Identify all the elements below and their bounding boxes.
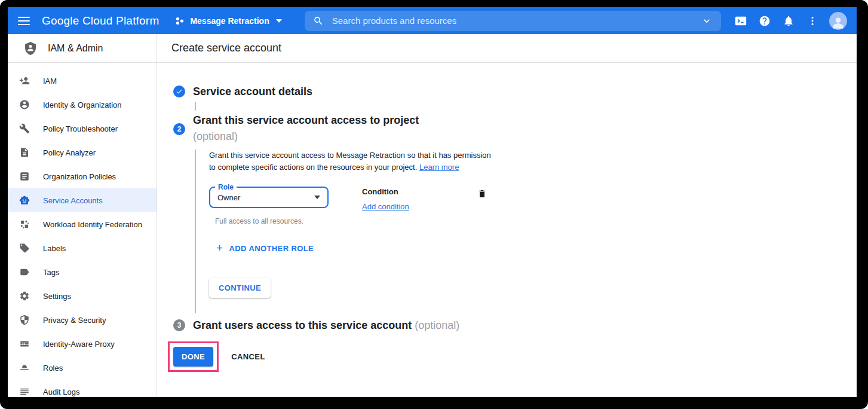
step2-header: 2 Grant this service account access to p… bbox=[157, 113, 857, 145]
brand-logo[interactable]: Google Cloud Platform bbox=[42, 14, 159, 28]
page-title: Create service account bbox=[157, 34, 857, 62]
project-name: Message Retraction bbox=[190, 16, 269, 26]
sidebar-item-privacy-security[interactable]: Privacy & Security bbox=[8, 308, 157, 332]
labels-icon bbox=[19, 243, 30, 254]
search-icon bbox=[313, 16, 324, 26]
step2-body: Grant this service account access to Mes… bbox=[195, 149, 857, 313]
console-window: Google Cloud Platform Message Retraction bbox=[8, 7, 857, 397]
avatar-person-icon bbox=[830, 14, 846, 30]
identity-icon bbox=[19, 99, 30, 110]
step2-title: Grant this service account access to pro… bbox=[193, 113, 419, 127]
condition-label: Condition bbox=[362, 187, 452, 196]
section-title: IAM & Admin bbox=[48, 43, 103, 54]
role-field-label: Role bbox=[215, 183, 237, 191]
cloud-shell-button[interactable] bbox=[729, 9, 753, 33]
sidebar-item-labels[interactable]: Labels bbox=[8, 236, 157, 260]
sidebar-item-service-accounts[interactable]: Service Accounts bbox=[8, 188, 157, 212]
done-button-highlight: DONE bbox=[168, 341, 219, 372]
sidebar-item-audit-logs[interactable]: Audit Logs bbox=[8, 380, 157, 397]
proxy-icon bbox=[19, 338, 30, 349]
notifications-button[interactable] bbox=[777, 9, 800, 33]
person-add-icon bbox=[19, 75, 30, 86]
role-selected-value: Owner bbox=[217, 193, 240, 202]
step2-description: Grant this service account access to Mes… bbox=[209, 149, 497, 173]
step1-complete-badge bbox=[173, 86, 185, 97]
more-options-button[interactable] bbox=[800, 9, 824, 33]
sidebar-item-label: Audit Logs bbox=[43, 387, 79, 396]
help-icon bbox=[759, 15, 771, 27]
hamburger-icon[interactable] bbox=[18, 17, 30, 25]
continue-button[interactable]: CONTINUE bbox=[209, 278, 271, 298]
sidebar-item-label: Roles bbox=[43, 364, 63, 373]
sidebar-item-label: Organization Policies bbox=[43, 172, 116, 181]
sidebar: IAM Identity & Organization Policy Troub… bbox=[8, 63, 157, 397]
plus-icon: + bbox=[216, 243, 223, 253]
audit-logs-icon bbox=[19, 386, 30, 397]
sidebar-item-label: Identity & Organization bbox=[43, 100, 122, 109]
chevron-down-icon[interactable] bbox=[701, 15, 713, 27]
sidebar-item-organization-policies[interactable]: Organization Policies bbox=[8, 164, 157, 188]
policy-analyzer-icon bbox=[19, 147, 30, 158]
section-header: IAM & Admin bbox=[8, 34, 157, 62]
delete-role-button[interactable] bbox=[477, 188, 487, 201]
top-bar-actions bbox=[729, 9, 857, 33]
help-button[interactable] bbox=[753, 9, 777, 33]
sidebar-item-tags[interactable]: Tags bbox=[8, 260, 157, 284]
sidebar-item-workload-identity-federation[interactable]: Workload Identity Federation bbox=[8, 212, 157, 236]
iam-admin-shield-icon bbox=[23, 41, 38, 56]
search-input[interactable] bbox=[332, 16, 701, 26]
add-condition-link[interactable]: Add condition bbox=[362, 202, 409, 211]
add-another-role-button[interactable]: +ADD ANOTHER ROLE bbox=[216, 243, 314, 253]
roles-hat-icon bbox=[19, 362, 30, 373]
role-row: Role Owner Condition Add condition bbox=[209, 187, 857, 212]
create-service-account-wizard: Service account details 2 Grant this ser… bbox=[157, 63, 857, 372]
done-button[interactable]: DONE bbox=[173, 347, 213, 367]
project-grid-icon bbox=[175, 16, 185, 26]
role-help-text: Full access to all resources. bbox=[215, 217, 857, 225]
sidebar-item-policy-troubleshooter[interactable]: Policy Troubleshooter bbox=[8, 117, 157, 141]
sidebar-item-identity-organization[interactable]: Identity & Organization bbox=[8, 93, 157, 117]
check-icon bbox=[176, 88, 183, 95]
sidebar-item-label: Policy Analyzer bbox=[43, 148, 96, 157]
sidebar-item-settings[interactable]: Settings bbox=[8, 284, 157, 308]
role-caret-icon bbox=[314, 196, 320, 199]
step2-number-badge: 2 bbox=[173, 123, 185, 135]
step1-title[interactable]: Service account details bbox=[193, 84, 312, 99]
sidebar-item-policy-analyzer[interactable]: Policy Analyzer bbox=[8, 141, 157, 164]
account-button[interactable] bbox=[824, 9, 848, 33]
notifications-icon bbox=[783, 15, 795, 27]
sidebar-item-label: Service Accounts bbox=[43, 196, 103, 205]
step3-title[interactable]: Grant users access to this service accou… bbox=[193, 318, 459, 332]
sidebar-item-label: Privacy & Security bbox=[43, 316, 106, 325]
condition-column: Condition Add condition bbox=[362, 187, 452, 212]
learn-more-link[interactable]: Learn more bbox=[419, 163, 459, 172]
wizard-actions: DONE CANCEL bbox=[168, 341, 857, 372]
sidebar-item-label: Workload Identity Federation bbox=[43, 220, 142, 229]
sidebar-item-identity-aware-proxy[interactable]: Identity-Aware Proxy bbox=[8, 332, 157, 356]
service-accounts-icon bbox=[19, 195, 30, 206]
step3-header: 3 Grant users access to this service acc… bbox=[157, 318, 857, 332]
header-row: IAM & Admin Create service account bbox=[8, 34, 857, 63]
project-caret-icon bbox=[276, 19, 282, 23]
sidebar-item-label: Labels bbox=[43, 244, 66, 253]
org-policies-icon bbox=[19, 171, 30, 182]
sidebar-item-roles[interactable]: Roles bbox=[8, 356, 157, 380]
search-bar[interactable] bbox=[305, 11, 721, 31]
role-select[interactable]: Role Owner bbox=[209, 187, 329, 208]
step-connector bbox=[195, 102, 196, 111]
cloud-shell-icon bbox=[734, 14, 747, 28]
step3-optional-label: (optional) bbox=[415, 319, 459, 331]
sidebar-item-iam[interactable]: IAM bbox=[8, 69, 157, 93]
project-selector[interactable]: Message Retraction bbox=[175, 16, 281, 26]
step2-optional-label: (optional) bbox=[193, 127, 419, 145]
sidebar-item-label: Policy Troubleshooter bbox=[43, 124, 118, 133]
trash-icon bbox=[477, 188, 487, 199]
wrench-icon bbox=[19, 123, 30, 134]
top-bar: Google Cloud Platform Message Retraction bbox=[8, 7, 857, 34]
step3-title-text: Grant users access to this service accou… bbox=[193, 319, 412, 331]
cancel-button[interactable]: CANCEL bbox=[231, 352, 265, 361]
workload-identity-icon bbox=[19, 219, 30, 230]
more-vert-icon bbox=[807, 16, 818, 26]
step3-number-badge: 3 bbox=[173, 319, 185, 331]
sidebar-item-label: Settings bbox=[43, 292, 71, 301]
